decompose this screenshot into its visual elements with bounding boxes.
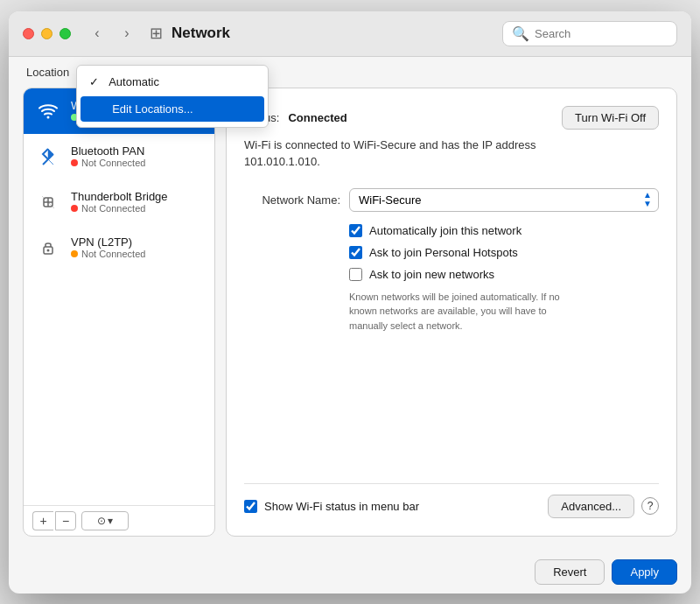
traffic-lights xyxy=(23,28,71,39)
right-panel: Status: Connected Turn Wi-Fi Off Wi-Fi i… xyxy=(226,88,677,537)
chevron-down-icon: ▾ xyxy=(108,515,113,527)
auto-join-checkbox[interactable] xyxy=(349,224,362,237)
back-button[interactable]: ‹ xyxy=(85,21,109,46)
checkmark-icon: ✓ xyxy=(89,75,102,88)
search-bar[interactable]: 🔍 xyxy=(502,21,677,46)
footer: Revert Apply xyxy=(9,551,691,593)
vpn-status-dot xyxy=(71,250,78,257)
vpn-name: VPN (L2TP) xyxy=(71,235,145,249)
revert-button[interactable]: Revert xyxy=(535,559,605,585)
location-dropdown: ✓ Automatic Edit Locations... xyxy=(76,65,269,128)
hotspot-row: Ask to join Personal Hotspots xyxy=(244,246,659,259)
sidebar-item-bluetooth[interactable]: Bluetooth PAN Not Connected xyxy=(24,134,214,179)
bluetooth-name: Bluetooth PAN xyxy=(71,144,145,158)
location-edit-label: Edit Locations... xyxy=(112,102,193,116)
svg-point-0 xyxy=(47,116,50,118)
thunderbolt-name: Thunderbolt Bridge xyxy=(71,190,168,203)
location-option-edit[interactable]: Edit Locations... xyxy=(80,96,264,122)
vpn-status: Not Connected xyxy=(71,249,145,259)
network-select-wrapper: WiFi-Secure Other Network... ▲ ▼ xyxy=(349,188,659,212)
network-name-label: Network Name: xyxy=(244,193,340,207)
new-networks-checkbox[interactable] xyxy=(349,268,362,281)
content-area: Location ✓ Automatic Edit Locations... xyxy=(9,57,691,551)
svg-point-5 xyxy=(47,249,50,251)
status-description: Wi-Fi is connected to WiFi-Secure and ha… xyxy=(244,137,542,171)
auto-join-row: Automatically join this network xyxy=(244,224,659,237)
hotspot-label: Ask to join Personal Hotspots xyxy=(369,246,518,259)
main-body: Wi-Fi Connected xyxy=(9,88,691,551)
search-icon: 🔍 xyxy=(512,25,529,42)
gear-icon: ⊙ xyxy=(97,515,106,527)
sidebar: Wi-Fi Connected xyxy=(23,88,215,537)
bluetooth-status-dot xyxy=(71,159,78,166)
close-button[interactable] xyxy=(23,28,34,39)
thunderbolt-sidebar-text: Thunderbolt Bridge Not Connected xyxy=(71,190,168,214)
thunderbolt-status: Not Connected xyxy=(71,203,168,214)
show-wifi-label: Show Wi-Fi status in menu bar xyxy=(264,500,419,513)
help-button[interactable]: ? xyxy=(641,497,659,515)
vpn-status-text: Not Connected xyxy=(81,249,145,259)
action-button[interactable]: ⊙ ▾ xyxy=(81,511,129,530)
network-preferences-window: ‹ › ⊞ Network 🔍 Location ✓ Automatic xyxy=(9,11,691,593)
hotspot-checkbox[interactable] xyxy=(349,246,362,259)
sidebar-item-vpn[interactable]: VPN (L2TP) Not Connected xyxy=(24,225,214,270)
remove-network-button[interactable]: − xyxy=(55,511,76,530)
show-wifi-row: Show Wi-Fi status in menu bar xyxy=(244,500,419,513)
bluetooth-icon xyxy=(34,143,62,171)
forward-button[interactable]: › xyxy=(115,21,139,46)
vpn-sidebar-text: VPN (L2TP) Not Connected xyxy=(71,235,145,259)
maximize-button[interactable] xyxy=(60,28,71,39)
thunderbolt-icon xyxy=(34,188,62,216)
sidebar-controls: + − ⊙ ▾ xyxy=(24,505,214,536)
bluetooth-status: Not Connected xyxy=(71,158,145,168)
network-name-select[interactable]: WiFi-Secure Other Network... xyxy=(349,188,659,212)
location-label: Location xyxy=(26,66,69,79)
status-row: Status: Connected Turn Wi-Fi Off xyxy=(244,106,659,130)
turn-wifi-off-button[interactable]: Turn Wi-Fi Off xyxy=(562,106,659,130)
apply-button[interactable]: Apply xyxy=(612,559,677,585)
titlebar: ‹ › ⊞ Network 🔍 xyxy=(9,11,691,57)
sidebar-item-thunderbolt[interactable]: Thunderbolt Bridge Not Connected xyxy=(24,179,214,225)
panel-bottom: Show Wi-Fi status in menu bar Advanced..… xyxy=(244,483,659,518)
location-option-automatic[interactable]: ✓ Automatic xyxy=(77,69,268,95)
status-value: Connected xyxy=(288,111,346,124)
bluetooth-status-text: Not Connected xyxy=(81,158,145,168)
location-bar: Location ✓ Automatic Edit Locations... xyxy=(9,57,691,88)
auto-join-label: Automatically join this network xyxy=(369,224,522,237)
window-title: Network xyxy=(172,25,230,42)
new-networks-label: Ask to join new networks xyxy=(369,268,494,281)
thunderbolt-status-dot xyxy=(71,205,78,212)
nav-buttons: ‹ › xyxy=(85,21,139,46)
sidebar-list: Wi-Fi Connected xyxy=(24,88,214,505)
new-networks-row: Ask to join new networks xyxy=(244,268,659,281)
show-wifi-checkbox[interactable] xyxy=(244,500,257,513)
bluetooth-sidebar-text: Bluetooth PAN Not Connected xyxy=(71,144,145,168)
wifi-icon xyxy=(34,97,62,125)
search-input[interactable] xyxy=(535,27,668,40)
grid-icon[interactable]: ⊞ xyxy=(150,24,163,43)
add-network-button[interactable]: + xyxy=(32,511,53,530)
location-automatic-label: Automatic xyxy=(108,75,159,88)
minimize-button[interactable] xyxy=(41,28,52,39)
network-name-row: Network Name: WiFi-Secure Other Network.… xyxy=(244,188,659,212)
thunderbolt-status-text: Not Connected xyxy=(81,203,145,214)
advanced-button[interactable]: Advanced... xyxy=(548,495,634,518)
info-text: Known networks will be joined automatica… xyxy=(244,290,577,334)
vpn-icon xyxy=(34,234,62,262)
